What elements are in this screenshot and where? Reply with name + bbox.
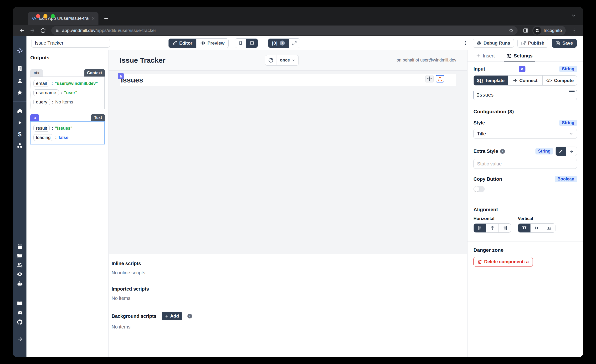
template-code-editor[interactable]: Issues <box>473 90 577 100</box>
favorites-star-icon[interactable] <box>17 89 23 96</box>
resources-cubes-icon[interactable] <box>17 142 23 149</box>
docs-book-icon[interactable] <box>17 300 23 306</box>
user-icon[interactable] <box>17 77 23 84</box>
component-id-badge: a <box>519 66 525 72</box>
align-bottom-button[interactable] <box>543 223 555 232</box>
reload-icon[interactable] <box>38 26 47 35</box>
windmill-logo[interactable] <box>16 47 23 54</box>
save-button[interactable]: Save <box>552 39 577 48</box>
browser-toolbar: app.windmill.dev/apps/edit/u/user/issue-… <box>13 25 583 36</box>
align-top-button[interactable] <box>518 223 530 232</box>
back-icon[interactable] <box>17 26 26 35</box>
inline-scripts-title: Inline scripts <box>112 261 194 266</box>
forward-icon[interactable] <box>28 26 37 35</box>
variables-dollar-icon[interactable]: $ <box>17 131 23 137</box>
github-icon[interactable] <box>17 319 23 325</box>
schedules-calendar-icon[interactable] <box>17 243 23 249</box>
mode-template-tab[interactable]: ${} Template <box>474 75 508 85</box>
debug-runs-button[interactable]: Debug Runs <box>473 39 514 48</box>
zoom-window-button[interactable] <box>51 14 55 18</box>
tab-close-icon[interactable] <box>91 16 95 21</box>
output-row[interactable]: username : "user" <box>33 89 102 96</box>
delete-component-button[interactable]: Delete component: a <box>473 257 533 267</box>
url-text: app.windmill.dev/apps/edit/u/user/issue-… <box>62 28 506 33</box>
traffic-lights <box>36 7 55 25</box>
audit-eye-icon[interactable] <box>17 271 23 277</box>
recompute-control: once <box>265 55 299 66</box>
preview-tab[interactable]: Preview <box>196 39 228 48</box>
mode-connect-tab[interactable]: Connect <box>508 75 542 85</box>
collapse-arrow-icon[interactable] <box>17 336 23 342</box>
app-name-input[interactable] <box>31 39 110 48</box>
groups-admin-icon[interactable] <box>17 262 23 268</box>
align-left-button[interactable] <box>474 223 486 232</box>
url-bar[interactable]: app.windmill.dev/apps/edit/u/user/issue-… <box>51 26 518 35</box>
extra-style-input[interactable] <box>473 159 577 169</box>
output-row[interactable]: result : "Issues" <box>33 125 102 132</box>
incognito-badge: Incognito <box>532 26 566 35</box>
publish-button[interactable]: Publish <box>517 39 548 48</box>
side-panel-icon[interactable] <box>523 28 529 33</box>
bookmark-star-icon[interactable] <box>508 28 514 33</box>
plus-icon <box>476 53 481 58</box>
output-row[interactable]: loading : false <box>33 134 102 141</box>
mobile-view-button[interactable] <box>235 39 246 48</box>
minimize-window-button[interactable] <box>43 14 47 18</box>
align-left-icon <box>477 225 483 230</box>
anchor-toggle[interactable] <box>436 75 444 82</box>
tab-search-chevron-icon[interactable] <box>571 13 576 18</box>
scripts-list: Inline scripts No inline scripts Importe… <box>109 254 196 357</box>
new-tab-button[interactable] <box>101 13 111 24</box>
add-background-script-button[interactable]: Add <box>162 312 182 320</box>
app-shell: $ <box>13 36 583 357</box>
context-type-badge: Context <box>84 69 105 76</box>
chrome-menu-kebab-icon[interactable] <box>570 26 579 35</box>
folders-icon[interactable] <box>17 253 23 259</box>
app-menu-kebab-icon[interactable] <box>461 39 469 48</box>
move-handle[interactable] <box>425 75 434 82</box>
connect-arrow-button[interactable] <box>566 147 577 156</box>
tab-settings[interactable]: Settings <box>504 50 535 61</box>
text-type-badge: Text <box>91 114 105 121</box>
static-edit-button[interactable] <box>556 147 566 156</box>
diff-counter-button[interactable]: |0| i <box>268 39 289 48</box>
output-row[interactable]: email : "user@windmill.dev" <box>33 80 102 87</box>
device-toggle <box>235 38 258 48</box>
ai-robot-icon[interactable] <box>17 280 23 287</box>
tab-insert[interactable]: Insert <box>473 50 497 61</box>
close-window-button[interactable] <box>36 14 40 18</box>
text-component-a[interactable]: a Issues <box>120 74 456 86</box>
mode-compute-tab[interactable]: </> Compute <box>542 75 577 85</box>
output-value: false <box>59 135 68 140</box>
align-center-vertical-button[interactable] <box>530 223 543 232</box>
output-row[interactable]: query : No items <box>33 99 102 105</box>
output-key-pill: email <box>33 80 49 87</box>
align-center-horizontal-button[interactable] <box>486 223 499 232</box>
component-a-output-block: a Text result : "Issues" loading : <box>30 114 105 144</box>
canvas-grid[interactable]: a Issues <box>109 71 467 254</box>
ctx-tab[interactable]: ctx <box>30 69 43 76</box>
canvas-header: Issue Tracker once on behalf of user@win… <box>109 50 467 71</box>
copy-button-toggle[interactable] <box>473 186 485 192</box>
resize-handle[interactable] <box>453 83 455 85</box>
laptop-icon <box>249 41 255 46</box>
discord-icon[interactable] <box>17 310 23 316</box>
editor-tab[interactable]: Editor <box>169 39 196 48</box>
eye-icon <box>200 41 205 45</box>
panel-tabs: Insert Settings <box>468 50 583 62</box>
desktop-view-button[interactable] <box>246 39 258 48</box>
alignment-title: Alignment <box>473 207 577 212</box>
component-controls <box>425 75 444 82</box>
workspace-building-icon[interactable] <box>17 66 23 72</box>
component-a-tab[interactable]: a <box>30 114 39 121</box>
runs-play-icon[interactable] <box>17 120 23 126</box>
style-type-badge: String <box>559 120 577 126</box>
fullscreen-button[interactable] <box>289 39 300 48</box>
home-icon[interactable] <box>17 108 23 114</box>
configuration-title: Configuration (3) <box>473 109 577 114</box>
refresh-button[interactable] <box>265 55 276 65</box>
workspace: Outputs ctx Context email : "user@windmi… <box>26 50 583 357</box>
align-right-button[interactable] <box>499 223 511 232</box>
style-select[interactable]: Title <box>473 129 577 139</box>
recompute-frequency-dropdown[interactable]: once <box>276 55 298 65</box>
